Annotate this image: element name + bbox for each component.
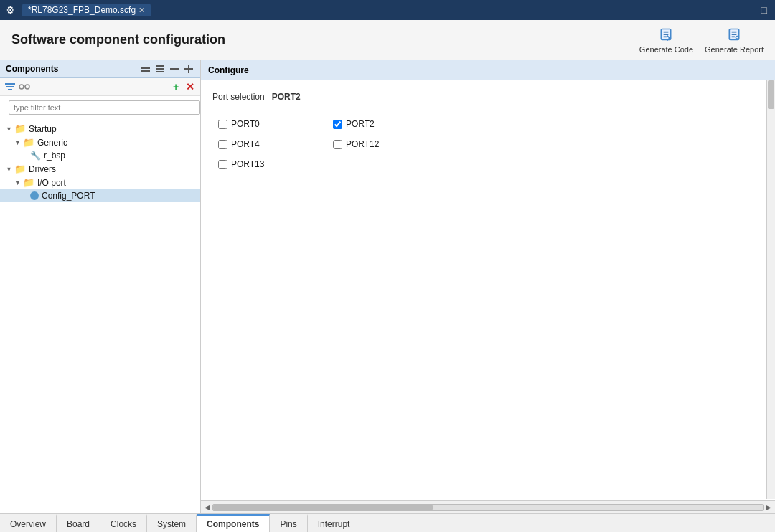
svg-rect-20 (6, 86, 14, 87)
minimize-icon[interactable]: — (742, 4, 756, 16)
folder-icon-io-port: 📁 (23, 177, 34, 188)
tree-toolbar: + ✕ (0, 78, 200, 96)
checkbox-port4[interactable]: PORT4 (218, 139, 319, 149)
checkbox-port2-label: PORT2 (346, 119, 375, 129)
checkbox-port4-input[interactable] (218, 140, 227, 149)
checkbox-port0[interactable]: PORT0 (218, 119, 319, 129)
file-icon-r-bsp: 🔧 (30, 151, 41, 161)
configure-header: Configure (201, 60, 775, 80)
configure-title: Configure (208, 65, 249, 75)
expand-all-icon[interactable] (154, 63, 166, 75)
title-bar-left: ⚙ *RL78G23_FPB_Demo.scfg ✕ (6, 4, 151, 16)
tree-label-generic: Generic (37, 138, 67, 148)
tab-interrupt[interactable]: Interrupt (308, 514, 361, 532)
tab-clocks[interactable]: Clocks (100, 514, 147, 532)
tree-label-drivers: Drivers (29, 164, 56, 174)
tab-pins[interactable]: Pins (270, 514, 307, 532)
checkbox-port13-label: PORT13 (231, 159, 264, 169)
expand-arrow-io-port: ▼ (14, 179, 21, 186)
tab-interrupt-label: Interrupt (318, 519, 350, 529)
svg-rect-13 (156, 65, 164, 67)
tree-label-r-bsp: r_bsp (44, 151, 65, 161)
remove-icon[interactable] (169, 63, 180, 75)
svg-rect-15 (156, 71, 164, 72)
checkbox-port0-input[interactable] (218, 120, 227, 129)
tab-board-label: Board (67, 519, 90, 529)
checkbox-port2-input[interactable] (333, 120, 342, 129)
configure-content: Port selection PORT2 PORT0 PORT2 PORT4 (201, 80, 775, 500)
app-header: Software component configuration Generat… (0, 20, 775, 60)
right-panel: Configure Port selection PORT2 PORT0 POR… (201, 60, 775, 513)
link-icon[interactable] (19, 81, 30, 92)
checkbox-port13[interactable]: PORT13 (218, 159, 319, 169)
collapse-all-icon[interactable] (140, 63, 151, 75)
tab-components[interactable]: Components (197, 514, 270, 532)
tab-system[interactable]: System (147, 514, 197, 532)
scroll-right-icon[interactable]: ▶ (764, 503, 774, 511)
tab-overview[interactable]: Overview (0, 514, 57, 532)
tree-item-drivers[interactable]: ▼ 📁 Drivers (0, 162, 200, 176)
svg-rect-18 (184, 68, 193, 70)
left-panel: Components (0, 60, 201, 513)
component-tree: ▼ 📁 Startup ▼ 📁 Generic ▶ 🔧 r_bsp ▼ 📁 Dr… (0, 119, 200, 513)
generate-code-button[interactable]: Generate Code (639, 26, 693, 54)
header-actions: Generate Code Generate Report (639, 26, 764, 54)
bottom-tabs: Overview Board Clocks System Components … (0, 513, 775, 532)
title-bar: ⚙ *RL78G23_FPB_Demo.scfg ✕ — □ (0, 0, 775, 20)
tree-item-config-port[interactable]: ▶ Config_PORT (0, 189, 200, 202)
expand-arrow-drivers: ▼ (6, 166, 12, 173)
port-selection-value: PORT2 (272, 92, 301, 102)
window-controls: — □ (742, 4, 769, 16)
checkbox-port4-label: PORT4 (231, 139, 260, 149)
checkbox-port2[interactable]: PORT2 (333, 119, 433, 129)
toolbar-icons-right: + ✕ (170, 81, 196, 92)
h-scrollbar-thumb (213, 505, 433, 510)
right-panel-scrollbar[interactable] (766, 80, 775, 499)
maximize-icon[interactable]: □ (759, 4, 769, 16)
add-icon[interactable] (183, 63, 194, 75)
checkbox-port12-input[interactable] (333, 140, 342, 149)
generate-report-icon (724, 26, 744, 43)
tree-item-io-port[interactable]: ▼ 📁 I/O port (0, 176, 200, 189)
tab-system-label: System (157, 519, 186, 529)
tab-components-label: Components (207, 519, 259, 529)
main-area: Components (0, 60, 775, 513)
tab-board[interactable]: Board (57, 514, 100, 532)
app-title: Software component configuration (11, 32, 225, 47)
h-scrollbar-track[interactable] (212, 504, 764, 511)
active-tab[interactable]: *RL78G23_FPB_Demo.scfg ✕ (22, 4, 151, 16)
tree-label-config-port: Config_PORT (42, 191, 95, 201)
svg-rect-19 (5, 83, 15, 85)
svg-rect-16 (170, 68, 179, 70)
checkbox-port12[interactable]: PORT12 (333, 139, 433, 149)
svg-point-23 (25, 85, 29, 89)
toolbar-icons-left (4, 81, 30, 92)
panel-header-icons (140, 63, 194, 75)
tab-pins-label: Pins (280, 519, 296, 529)
tree-label-startup: Startup (29, 124, 57, 134)
folder-icon-generic: 📁 (23, 137, 34, 148)
tab-close-icon[interactable]: ✕ (138, 6, 145, 15)
expand-arrow-startup: ▼ (6, 125, 12, 133)
port-checkboxes-grid: PORT0 PORT2 PORT4 PORT12 PORT13 (212, 116, 764, 172)
checkbox-port13-input[interactable] (218, 160, 227, 169)
tab-clocks-label: Clocks (111, 519, 136, 529)
config-port-icon (30, 191, 39, 200)
components-panel-header: Components (0, 60, 200, 78)
generate-report-label: Generate Report (705, 45, 764, 54)
filter-by-type-icon[interactable] (4, 81, 16, 92)
port-selection-row: Port selection PORT2 (212, 92, 764, 102)
folder-icon-drivers: 📁 (14, 163, 26, 174)
svg-rect-11 (141, 67, 150, 69)
checkbox-port0-label: PORT0 (231, 119, 260, 129)
delete-component-icon[interactable]: ✕ (184, 81, 196, 92)
filter-input[interactable] (9, 100, 200, 115)
tree-item-startup[interactable]: ▼ 📁 Startup (0, 122, 200, 136)
tree-item-generic[interactable]: ▼ 📁 Generic (0, 136, 200, 149)
generate-report-button[interactable]: Generate Report (705, 26, 764, 54)
tree-item-r-bsp[interactable]: ▶ 🔧 r_bsp (0, 149, 200, 162)
add-component-icon[interactable]: + (170, 81, 182, 92)
tree-label-io-port: I/O port (37, 178, 66, 188)
filter-row (0, 96, 200, 119)
scroll-left-icon[interactable]: ◀ (202, 503, 212, 511)
